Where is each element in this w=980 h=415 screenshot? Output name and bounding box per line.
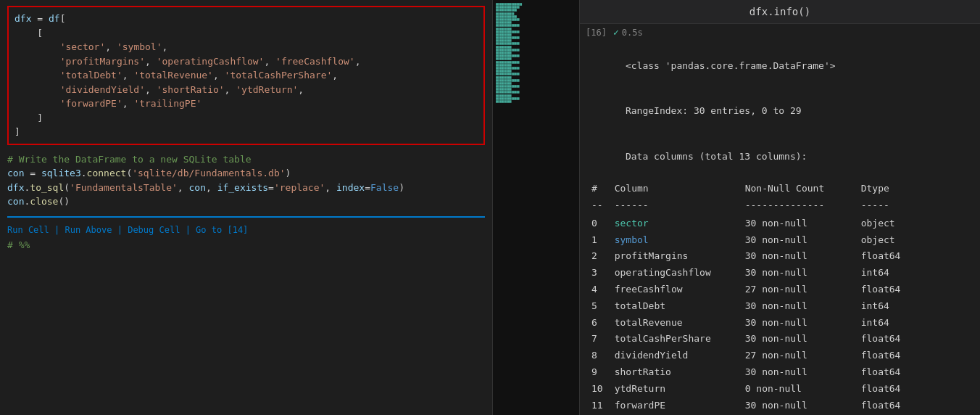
header-dtype: Dtype [861,181,901,197]
minimap-panel: ████████████████████ ██████████████████ … [493,0,580,415]
row-dtype: float64 [861,248,913,265]
timing-label: 0.5s [622,28,643,38]
row-column-name: shortRatio [615,364,745,381]
code-line-7: 'forwardPE', 'trailingPE' [14,96,478,111]
table-row: 7totalCashPerShare30 non-nullfloat64 [591,331,912,348]
cell-number: [16] [586,28,607,38]
row-dtype: float64 [861,364,913,381]
data-rows: 0sector30 non-nullobject1symbol30 non-nu… [591,215,912,415]
code-line-1: dfx = df[ [14,12,478,26]
row-index: 6 [591,315,615,332]
row-count: 30 non-null [745,398,861,414]
class-line: <class 'pandas.core.frame.DataFrame'> [591,44,968,89]
code-line-2: [ [14,26,478,41]
info-table: # Column Non-Null Count Dtype -- ------ … [591,181,901,214]
row-dtype: float64 [861,282,913,298]
con-line: con = sqlite3.connect('sqlite/db/Fundame… [7,166,485,181]
cell-divider [7,216,485,218]
minimap-content: ████████████████████ ██████████████████ … [493,0,579,415]
row-dtype: float64 [861,348,913,364]
row-index: 3 [591,265,615,282]
code-editor-panel: dfx = df[ [ 'sector', 'symbol', 'profitM… [0,0,493,415]
row-count: 30 non-null [745,215,861,232]
table-row: 10ytdReturn0 non-nullfloat64 [591,381,912,398]
row-column-name: operatingCashflow [615,265,745,282]
range-line: RangeIndex: 30 entries, 0 to 29 [591,89,968,133]
row-column-name: totalCashPerShare [615,331,745,348]
row-count: 0 non-null [745,381,861,398]
row-index: 11 [591,398,615,414]
row-dtype: int64 [861,298,913,315]
row-count: 30 non-null [745,265,861,282]
header-hash: # [591,181,615,197]
sep-1: -- [591,197,615,214]
table-row: 9shortRatio30 non-nullfloat64 [591,364,912,381]
cell-indicator: [16] ✓ 0.5s [580,24,980,41]
row-index: 10 [591,381,615,398]
code-line-3: 'sector', 'symbol', [14,40,478,54]
row-column-name: totalDebt [615,298,745,315]
output-panel: dfx.info() [16] ✓ 0.5s <class 'pandas.co… [580,0,980,415]
row-index: 7 [591,331,615,348]
code-section-sqlite: # Write the DataFrame to a new SQLite ta… [0,149,492,212]
row-count: 30 non-null [745,248,861,265]
row-column-name: symbol [615,232,745,249]
run-cell-bar[interactable]: Run Cell | Run Above | Debug Cell | Go t… [0,222,492,238]
row-dtype: float64 [861,398,913,414]
header-non-null: Non-Null Count [745,181,861,197]
row-count: 30 non-null [745,331,861,348]
code-line-9: ] [14,125,478,139]
row-count: 30 non-null [745,298,861,315]
output-content: <class 'pandas.core.frame.DataFrame'> Ra… [580,41,980,415]
row-index: 0 [591,215,615,232]
row-column-name: ytdReturn [615,381,745,398]
sep-3: -------------- [745,197,861,214]
row-count: 27 non-null [745,348,861,364]
separator-row: -- ------ -------------- ----- [591,197,901,214]
table-row: 6totalRevenue30 non-nullint64 [591,315,912,332]
row-dtype: int64 [861,265,913,282]
row-dtype: float64 [861,381,913,398]
table-header-row: # Column Non-Null Count Dtype [591,181,901,197]
row-dtype: float64 [861,331,913,348]
dfx-sql-line: dfx.to_sql('FundamentalsTable', con, if_… [7,181,485,195]
row-index: 9 [591,364,615,381]
row-count: 30 non-null [745,364,861,381]
table-row: 4freeCashflow27 non-nullfloat64 [591,282,912,298]
row-dtype: int64 [861,315,913,332]
output-title: dfx.info() [749,6,810,17]
table-row: 11forwardPE30 non-nullfloat64 [591,398,912,414]
code-cell-dfx[interactable]: dfx = df[ [ 'sector', 'symbol', 'profitM… [7,6,485,145]
row-index: 4 [591,282,615,298]
table-row: 3operatingCashflow30 non-nullint64 [591,265,912,282]
sep-2: ------ [615,197,745,214]
row-column-name: dividendYield [615,348,745,364]
comment-bottom: # %% [0,238,492,252]
row-column-name: freeCashflow [615,282,745,298]
code-line-5: 'totalDebt', 'totalRevenue', 'totalCashP… [14,68,478,83]
row-column-name: totalRevenue [615,315,745,332]
success-tick: ✓ [613,27,619,38]
row-index: 8 [591,348,615,364]
row-index: 5 [591,298,615,315]
data-columns-line: Data columns (total 13 columns): [591,134,968,179]
table-row: 5totalDebt30 non-nullint64 [591,298,912,315]
header-column: Column [615,181,745,197]
code-line-4: 'profitMargins', 'operatingCashflow', 'f… [14,54,478,69]
row-index: 1 [591,232,615,249]
row-column-name: sector [615,215,745,232]
table-row: 2profitMargins30 non-nullfloat64 [591,248,912,265]
row-count: 27 non-null [745,282,861,298]
table-row: 8dividendYield27 non-nullfloat64 [591,348,912,364]
row-column-name: forwardPE [615,398,745,414]
code-line-6: 'dividendYield', 'shortRatio', 'ytdRetur… [14,83,478,97]
run-cell-link[interactable]: Run Cell | Run Above | Debug Cell | Go t… [7,225,248,235]
code-line-8: ] [14,111,478,126]
output-header: dfx.info() [580,0,980,24]
sep-4: ----- [861,197,901,214]
minimap-code: ████████████████████ ██████████████████ … [493,0,579,415]
row-column-name: profitMargins [615,248,745,265]
row-count: 30 non-null [745,315,861,332]
row-dtype: object [861,215,913,232]
table-row: 1symbol30 non-nullobject [591,232,912,249]
